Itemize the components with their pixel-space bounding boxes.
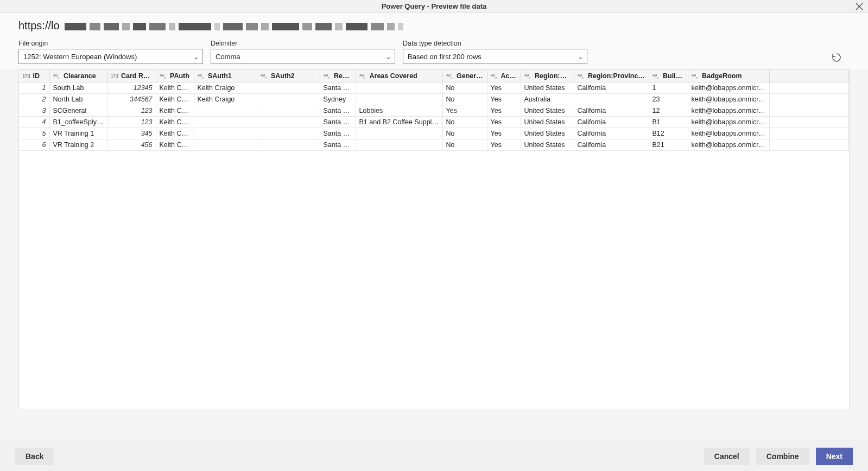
cell-sauth2 [257, 117, 320, 128]
file-origin-value: 1252: Western European (Windows) [23, 53, 137, 61]
column-header-rprov[interactable]: ᴬᴮ꜀ Region:Province / S… [574, 70, 649, 82]
data-type-group: Data type detection Based on first 200 r… [403, 40, 587, 64]
text-type-icon: ᴬᴮ꜀ [359, 73, 368, 80]
cell-region: Sydney [320, 94, 356, 105]
combine-button[interactable]: Combine [756, 448, 809, 465]
text-type-icon: ᴬᴮ꜀ [261, 73, 269, 80]
column-label: ID [31, 72, 40, 80]
chevron-down-icon: ⌄ [193, 53, 199, 61]
cell-clearance: B1_coffeeSplyClst_F1 [49, 117, 107, 128]
cell-areas [356, 128, 442, 139]
column-header-id[interactable]: 1²3 ID [19, 70, 49, 82]
text-type-icon: ᴬᴮ꜀ [160, 73, 168, 80]
cell-rcountry: United States [521, 128, 574, 139]
column-header-rcountry[interactable]: ᴬᴮ꜀ Region:Cou… [521, 70, 574, 82]
cancel-button[interactable]: Cancel [704, 448, 750, 465]
column-label: BadgeRoom [700, 72, 742, 80]
column-header-region[interactable]: ᴬᴮ꜀ Region [320, 70, 356, 82]
import-controls: File origin 1252: Western European (Wind… [0, 35, 868, 69]
cell-badgeroom: keith@lobapps.onmicrosoft.c… [688, 128, 769, 139]
cell-sauth1 [194, 105, 257, 117]
table-row[interactable]: 1South Lab12345Keith CraigoKeith CraigoS… [19, 82, 849, 94]
column-label: Building [661, 72, 688, 80]
column-header-clearance[interactable]: ᴬᴮ꜀ Clearance [49, 70, 107, 82]
cell-filler [769, 105, 849, 117]
refresh-icon [832, 53, 841, 62]
column-header-sauth1[interactable]: ᴬᴮ꜀ SAuth1 [194, 70, 257, 82]
text-type-icon: ᴬᴮ꜀ [446, 73, 455, 80]
cell-sauth1 [194, 139, 257, 151]
table-row[interactable]: 3SCGeneral123Keith CraigoSanta ClaraLobb… [19, 105, 849, 117]
cell-building: 12 [649, 105, 688, 117]
cell-sauth1 [194, 128, 257, 139]
cell-clearance: South Lab [49, 82, 107, 94]
refresh-button[interactable] [830, 51, 843, 64]
cell-card: 345 [107, 128, 156, 139]
column-label: Region:Province / S… [586, 72, 649, 80]
delimiter-label: Delimiter [211, 40, 395, 47]
column-label: SAuth2 [269, 72, 295, 80]
delimiter-group: Delimiter Comma ⌄ [211, 40, 395, 64]
column-label: Card Read… [119, 72, 156, 80]
cell-sauth1: Keith Craigo [194, 94, 257, 105]
cell-filler [769, 94, 849, 105]
column-header-active[interactable]: ᴬᴮ꜀ Active [487, 70, 521, 82]
cell-badgeroom: keith@lobapps.onmicrosoft.c… [688, 139, 769, 151]
cell-rprov [574, 94, 649, 105]
cell-clearance: VR Training 2 [49, 139, 107, 151]
next-button[interactable]: Next [816, 448, 853, 465]
cell-general: Yes [442, 105, 487, 117]
table-body: 1South Lab12345Keith CraigoKeith CraigoS… [19, 82, 849, 151]
table-row[interactable]: 6VR Training 2456Keith CraigoSanta Clara… [19, 139, 849, 151]
column-label: Areas Covered [368, 72, 417, 80]
cell-rcountry: United States [521, 139, 574, 151]
cell-card: 123 [107, 105, 156, 117]
cell-region: Santa Clara [320, 128, 356, 139]
text-type-icon: ᴬᴮ꜀ [578, 73, 586, 80]
cell-sauth2 [257, 128, 320, 139]
cell-filler [769, 128, 849, 139]
file-origin-group: File origin 1252: Western European (Wind… [18, 40, 203, 64]
cell-sauth1 [194, 117, 257, 128]
column-header-building[interactable]: ᴬᴮ꜀ Building [649, 70, 688, 82]
redacted-url [65, 23, 407, 32]
column-header-card[interactable]: 1²3 Card Read… [107, 70, 156, 82]
table-row[interactable]: 2North Lab344567Keith CraigoKeith Craigo… [19, 94, 849, 105]
cell-building: B21 [649, 139, 688, 151]
table-row[interactable]: 5VR Training 1345Keith CraigoSanta Clara… [19, 128, 849, 139]
cell-badgeroom: keith@lobapps.onmicrosoft.c… [688, 105, 769, 117]
cell-building: B12 [649, 128, 688, 139]
close-button[interactable] [854, 1, 865, 12]
back-button[interactable]: Back [15, 448, 54, 465]
column-header-badgeroom[interactable]: ᴬᴮ꜀ BadgeRoom [688, 70, 769, 82]
cell-id: 5 [19, 128, 49, 139]
text-type-icon: ᴬᴮ꜀ [692, 73, 700, 80]
cell-rcountry: United States [521, 105, 574, 117]
cell-active: Yes [487, 105, 521, 117]
cell-rprov: California [574, 128, 649, 139]
file-origin-dropdown[interactable]: 1252: Western European (Windows) ⌄ [18, 49, 203, 64]
column-header-areas[interactable]: ᴬᴮ꜀ Areas Covered [356, 70, 442, 82]
column-header-pauth[interactable]: ᴬᴮ꜀ PAuth [156, 70, 194, 82]
cell-clearance: VR Training 1 [49, 128, 107, 139]
table-row[interactable]: 4B1_coffeeSplyClst_F1123Keith CraigoSant… [19, 117, 849, 128]
source-url-row: https://lo [0, 13, 868, 35]
column-label: Region [332, 72, 356, 80]
cell-region: Santa Clara [320, 117, 356, 128]
column-header-general[interactable]: ᴬᴮ꜀ General Ac… [442, 70, 487, 82]
cell-card: 12345 [107, 82, 156, 94]
cell-areas [356, 82, 442, 94]
number-type-icon: 1²3 [22, 73, 31, 79]
cell-card: 456 [107, 139, 156, 151]
delimiter-dropdown[interactable]: Comma ⌄ [211, 49, 395, 64]
data-type-dropdown[interactable]: Based on first 200 rows ⌄ [403, 49, 587, 64]
text-type-icon: ᴬᴮ꜀ [524, 73, 533, 80]
column-label: SAuth1 [206, 72, 232, 80]
cell-areas: B1 and B2 Coffee Supply closets [356, 117, 442, 128]
cell-rcountry: United States [521, 82, 574, 94]
cell-general: No [442, 117, 487, 128]
column-header-sauth2[interactable]: ᴬᴮ꜀ SAuth2 [257, 70, 320, 82]
cell-sauth2 [257, 105, 320, 117]
column-label: Region:Cou… [533, 72, 574, 80]
cell-pauth: Keith Craigo [156, 139, 194, 151]
